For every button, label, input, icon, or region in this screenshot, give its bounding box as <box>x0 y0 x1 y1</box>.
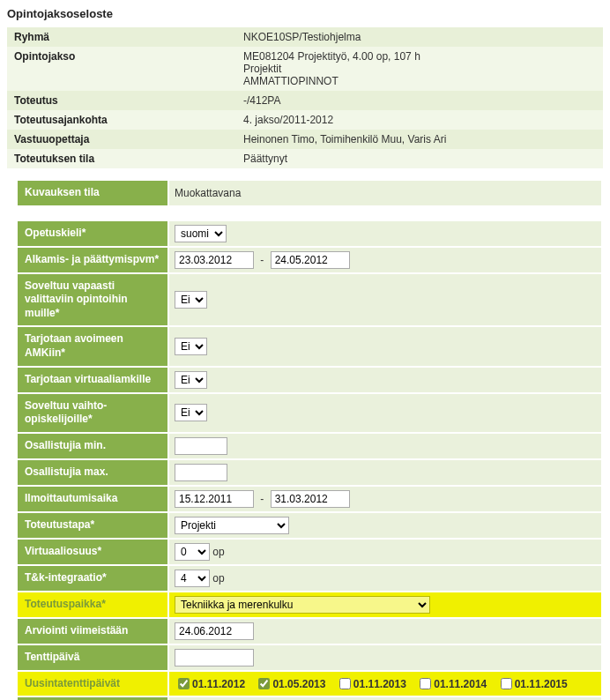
date-dash: - <box>260 254 264 266</box>
assess-label: Arviointi viimeistään <box>18 619 167 644</box>
retake-item-4[interactable]: 01.11.2015 <box>497 675 568 692</box>
info-table: Ryhmä NKOE10SP/Testiohjelma Opintojakso … <box>7 27 603 168</box>
assess-input[interactable] <box>175 622 254 640</box>
lang-select[interactable]: suomi <box>175 225 227 242</box>
retake-item-1[interactable]: 01.05.2013 <box>255 675 325 692</box>
info-teacher-label: Vastuuopettaja <box>7 130 236 149</box>
retake-check-4[interactable] <box>501 678 512 689</box>
lang-label: Opetuskieli* <box>18 221 167 246</box>
method-label: Toteutustapa* <box>18 513 167 538</box>
free-label: Soveltuu vapaasti valittaviin opintoihin… <box>18 274 167 326</box>
info-period-label: Toteutusajankohta <box>7 110 236 130</box>
info-impl-label: Toteutus <box>7 91 236 110</box>
info-impl-value: -/412PA <box>236 91 603 110</box>
exchange-label: Soveltuu vaihto-opiskelijoille* <box>18 394 167 432</box>
free-select[interactable]: Ei <box>175 291 207 309</box>
info-period-value: 4. jakso/2011-2012 <box>236 110 603 130</box>
retake-check-1[interactable] <box>258 678 270 689</box>
retake-row: 01.11.2012 01.05.2013 01.11.2013 01.11.2… <box>169 672 601 696</box>
info-course-line3: AMMATTIOPINNOT <box>243 75 338 87</box>
exchange-select[interactable]: Ei <box>175 404 207 421</box>
place-label: Toteutuspaikka* <box>18 592 167 617</box>
retake-date-1: 01.05.2013 <box>272 678 325 690</box>
info-status-label: Toteutuksen tila <box>7 149 236 168</box>
form-table: Kuvauksen tila Muokattavana Opetuskieli*… <box>7 179 603 700</box>
info-course-line1: ME081204 Projektityö, 4.00 op, 107 h <box>243 50 420 63</box>
retake-check-3[interactable] <box>420 678 431 689</box>
max-input[interactable] <box>175 464 227 481</box>
enroll-start-input[interactable] <box>175 490 254 508</box>
virtual-share-label: Virtuaaliosuus* <box>18 540 167 564</box>
virtual-share-select[interactable]: 0 <box>175 543 210 561</box>
enroll-label: Ilmoittautumisaika <box>18 487 167 511</box>
retake-item-0[interactable]: 01.11.2012 <box>175 675 245 692</box>
dates-label: Alkamis- ja päättymispvm* <box>18 248 167 272</box>
retake-check-0[interactable] <box>178 678 190 689</box>
retake-item-3[interactable]: 01.11.2014 <box>416 675 487 692</box>
info-course-value: ME081204 Projektityö, 4.00 op, 107 h Pro… <box>236 47 603 91</box>
exam-label: Tenttipäivä <box>18 645 167 670</box>
place-select[interactable]: Tekniikka ja merenkulku <box>175 596 430 614</box>
virtual-offer-select[interactable]: Ei <box>175 371 207 389</box>
info-group-value: NKOE10SP/Testiohjelma <box>236 27 603 47</box>
method-select[interactable]: Projekti <box>175 517 289 534</box>
open-label: Tarjotaan avoimeen AMKiin* <box>18 327 167 365</box>
virtual-offer-label: Tarjotaan virtuaaliamkille <box>18 368 167 392</box>
info-course-line2: Projektit <box>243 63 281 75</box>
tk-label: T&k-integraatio* <box>18 566 167 591</box>
end-date-input[interactable] <box>271 251 350 269</box>
info-teacher-value: Heinonen Timo, Toimihenkilö Muu, Varis A… <box>236 130 603 149</box>
max-label: Osallistujia max. <box>18 460 167 485</box>
retake-date-0: 01.11.2012 <box>192 678 245 690</box>
retake-date-3: 01.11.2014 <box>434 678 487 690</box>
info-group-label: Ryhmä <box>7 27 236 47</box>
info-course-label: Opintojakso <box>7 47 236 91</box>
exam-input[interactable] <box>175 649 254 666</box>
info-status-value: Päättynyt <box>236 149 603 168</box>
open-select[interactable]: Ei <box>175 338 207 355</box>
desc-status-label: Kuvauksen tila <box>18 181 167 205</box>
retake-check-2[interactable] <box>339 678 351 689</box>
retake-date-4: 01.11.2015 <box>515 678 568 690</box>
op-unit-2: op <box>212 572 224 585</box>
min-input[interactable] <box>175 437 227 455</box>
tk-select[interactable]: 4 <box>175 570 210 587</box>
enroll-dash: - <box>260 493 264 505</box>
retake-date-2: 01.11.2013 <box>353 678 406 690</box>
min-label: Osallistujia min. <box>18 434 167 458</box>
retake-label: Uusintatenttipäivät <box>18 672 167 696</box>
op-unit-1: op <box>212 546 224 558</box>
enroll-end-input[interactable] <box>271 490 350 508</box>
page-title: Opintojaksoseloste <box>7 7 603 20</box>
retake-item-2[interactable]: 01.11.2013 <box>336 675 406 692</box>
start-date-input[interactable] <box>175 251 254 269</box>
desc-status-value: Muokattavana <box>169 181 601 205</box>
